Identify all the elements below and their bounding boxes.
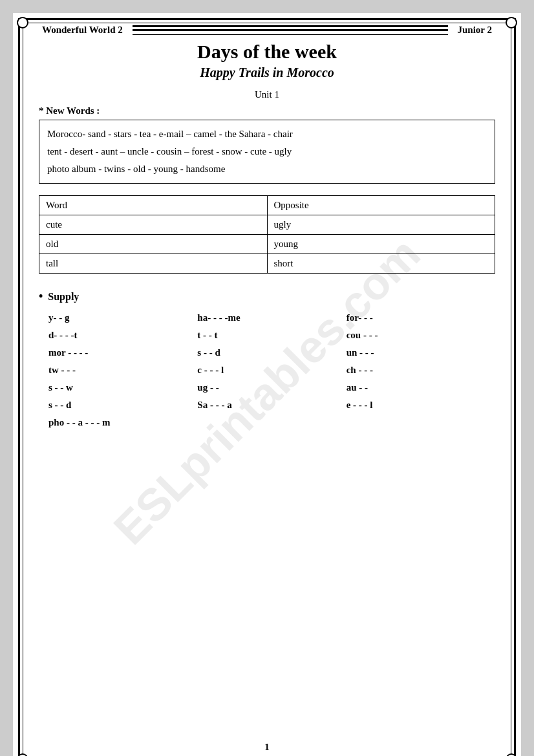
corner-br xyxy=(506,753,517,756)
supply-item-r4c1: ug - - xyxy=(197,382,346,393)
supply-item-r1c2: cou - - - xyxy=(347,330,495,341)
supply-item-r3c1: c - - - l xyxy=(197,365,346,376)
header-line-thick xyxy=(133,25,448,27)
table-row: cute ugly xyxy=(39,215,495,235)
unit-label: Unit 1 xyxy=(39,89,495,100)
bullet-icon: • xyxy=(39,290,43,303)
cell-opposite-0: ugly xyxy=(267,215,495,235)
supply-item-r2c0: mor - - - - xyxy=(48,347,197,358)
footer: 1 xyxy=(13,742,521,753)
cell-opposite-1: young xyxy=(267,235,495,254)
table-header-row: Word Opposite xyxy=(39,196,495,215)
table-row: old young xyxy=(39,235,495,254)
content: Wonderful World 2 Junior 2 Days of the w… xyxy=(13,13,521,448)
cell-opposite-2: short xyxy=(267,254,495,274)
supply-item-r3c2: ch - - - xyxy=(347,365,495,376)
words-line-2: tent - desert - aunt – uncle - cousin – … xyxy=(47,143,487,160)
supply-label: Supply xyxy=(48,291,79,303)
header-right: Junior 2 xyxy=(458,25,493,36)
cell-word-2: tall xyxy=(39,254,268,274)
col-word-header: Word xyxy=(39,196,268,215)
page-number: 1 xyxy=(264,742,270,753)
supply-item-r0c2: for- - - xyxy=(347,312,495,323)
table-row: tall short xyxy=(39,254,495,274)
cell-word-1: old xyxy=(39,235,268,254)
supply-item-r2c2: un - - - xyxy=(347,347,495,358)
supply-item-r5c2: e - - - l xyxy=(347,400,495,411)
header-line-thick2 xyxy=(133,29,448,31)
words-line-3: photo album - twins - old - young - hand… xyxy=(47,160,487,178)
words-box: Morocco- sand - stars - tea - e-mail – c… xyxy=(39,120,495,184)
page: ESLprintables.com Wonderful World 2 Juni… xyxy=(13,13,521,756)
supply-item-r3c0: tw - - - xyxy=(48,365,197,376)
supply-item-r4c0: s - - w xyxy=(48,382,197,393)
cell-word-0: cute xyxy=(39,215,268,235)
col-opposite-header: Opposite xyxy=(267,196,495,215)
supply-item-r1c1: t - - t xyxy=(197,330,346,341)
new-words-label: * New Words : xyxy=(39,105,495,116)
supply-item-r2c1: s - - d xyxy=(197,347,346,358)
supply-item-r1c0: d- - - -t xyxy=(48,330,197,341)
header-left: Wonderful World 2 xyxy=(42,25,123,36)
corner-bl xyxy=(17,753,28,756)
opposites-table: Word Opposite cute ugly old young tall s… xyxy=(39,195,495,274)
words-line-1: Morocco- sand - stars - tea - e-mail – c… xyxy=(47,125,487,143)
header-bar: Wonderful World 2 Junior 2 xyxy=(39,25,495,36)
sub-title: Happy Trails in Morocco xyxy=(39,65,495,80)
supply-item-r0c1: ha- - - -me xyxy=(197,312,346,323)
supply-item-r0c0: y- - g xyxy=(48,312,197,323)
main-title: Days of the week xyxy=(39,41,495,63)
header-lines xyxy=(133,25,448,35)
header-line-thin xyxy=(133,34,448,35)
supply-item-r4c2: au - - xyxy=(347,382,495,393)
supply-grid: y- - g ha- - - -me for- - - d- - - -t t … xyxy=(39,312,495,411)
supply-item-r5c1: Sa - - - a xyxy=(197,400,346,411)
supply-header: • Supply xyxy=(39,290,495,303)
supply-item-r5c0: s - - d xyxy=(48,400,197,411)
supply-last-item: pho - - a - - - m xyxy=(39,417,495,428)
